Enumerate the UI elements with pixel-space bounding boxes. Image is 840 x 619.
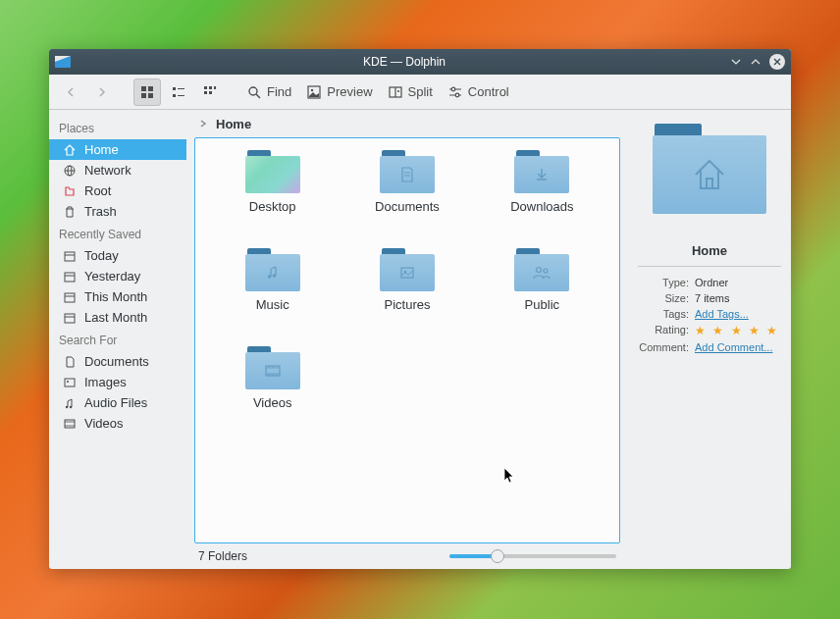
back-button[interactable] bbox=[57, 78, 84, 106]
split-label: Split bbox=[408, 84, 433, 99]
svg-point-35 bbox=[544, 269, 548, 273]
statusbar: 7 Folders bbox=[194, 543, 620, 569]
breadcrumb-current[interactable]: Home bbox=[216, 117, 251, 131]
info-tags-label: Tags: bbox=[638, 308, 689, 320]
icons-view-button[interactable] bbox=[133, 78, 161, 106]
file-item-public[interactable]: Public bbox=[477, 248, 607, 342]
info-comment-label: Comment: bbox=[638, 341, 689, 353]
svg-point-30 bbox=[267, 275, 271, 279]
titlebar[interactable]: KDE — Dolphin bbox=[49, 49, 791, 75]
svg-rect-25 bbox=[65, 379, 75, 387]
sidebar-item-root[interactable]: Root bbox=[49, 181, 186, 201]
recent-heading: Recently Saved bbox=[49, 222, 186, 245]
network-icon bbox=[63, 164, 77, 178]
preview-folder-icon bbox=[653, 124, 766, 214]
info-panel: Home Type:Ordner Size:7 items Tags:Add T… bbox=[628, 110, 791, 569]
sidebar-item-label: Images bbox=[84, 375, 127, 389]
sidebar-item-label: Trash bbox=[84, 204, 117, 219]
maximize-button[interactable] bbox=[750, 56, 761, 68]
sidebar-item-home[interactable]: Home bbox=[49, 139, 186, 160]
info-type-label: Type: bbox=[638, 277, 689, 288]
calendar-icon bbox=[63, 249, 77, 263]
svg-rect-7 bbox=[178, 95, 184, 96]
svg-rect-0 bbox=[141, 86, 146, 91]
folder-icon bbox=[514, 150, 569, 193]
sidebar-item-images[interactable]: Images bbox=[49, 372, 186, 392]
calendar-icon bbox=[63, 311, 77, 325]
sidebar-item-trash[interactable]: Trash bbox=[49, 201, 186, 222]
folder-icon bbox=[514, 248, 569, 291]
sidebar-item-label: This Month bbox=[84, 289, 147, 304]
document-icon bbox=[63, 355, 77, 369]
svg-rect-21 bbox=[65, 252, 75, 261]
sidebar-item-documents[interactable]: Documents bbox=[49, 351, 186, 372]
svg-point-13 bbox=[249, 87, 257, 95]
file-label: Videos bbox=[253, 395, 292, 410]
zoom-slider[interactable] bbox=[449, 554, 616, 558]
sidebar-item-today[interactable]: Today bbox=[49, 245, 186, 266]
add-comment-link[interactable]: Add Comment... bbox=[695, 341, 781, 353]
app-icon bbox=[55, 56, 71, 68]
folder-icon bbox=[380, 150, 435, 193]
audio-icon bbox=[63, 396, 77, 410]
details-view-button[interactable] bbox=[196, 78, 224, 106]
dolphin-window: KDE — Dolphin Find Preview Split Control… bbox=[49, 49, 791, 569]
trash-icon bbox=[63, 205, 77, 219]
sidebar-item-this-month[interactable]: This Month bbox=[49, 286, 186, 307]
svg-rect-11 bbox=[204, 91, 207, 94]
svg-point-27 bbox=[66, 405, 68, 407]
file-item-downloads[interactable]: Downloads bbox=[477, 150, 607, 244]
forward-button[interactable] bbox=[88, 78, 116, 106]
status-text: 7 Folders bbox=[198, 549, 449, 563]
preview-button[interactable]: Preview bbox=[301, 78, 378, 106]
zoom-handle[interactable] bbox=[491, 549, 504, 563]
compact-view-button[interactable] bbox=[165, 78, 192, 106]
calendar-icon bbox=[63, 290, 77, 304]
svg-rect-22 bbox=[65, 273, 75, 282]
file-grid[interactable]: Desktop Documents Downloads Music Pictur… bbox=[194, 137, 620, 543]
info-type-value: Ordner bbox=[695, 277, 781, 288]
preview-label: Preview bbox=[327, 84, 372, 99]
breadcrumb[interactable]: Home bbox=[194, 110, 620, 137]
control-button[interactable]: Control bbox=[443, 78, 515, 106]
home-icon bbox=[63, 143, 77, 157]
places-heading: Places bbox=[49, 116, 186, 139]
file-item-pictures[interactable]: Pictures bbox=[341, 248, 472, 342]
svg-point-26 bbox=[67, 381, 69, 383]
info-size-value: 7 items bbox=[695, 292, 781, 304]
chevron-right-icon bbox=[198, 119, 208, 129]
control-label: Control bbox=[468, 84, 509, 99]
find-label: Find bbox=[267, 84, 291, 99]
minimize-button[interactable] bbox=[730, 56, 742, 68]
file-label: Desktop bbox=[249, 199, 296, 214]
svg-rect-24 bbox=[65, 314, 75, 323]
sidebar-item-label: Videos bbox=[84, 416, 124, 431]
file-item-documents[interactable]: Documents bbox=[341, 150, 472, 244]
info-size-label: Size: bbox=[638, 292, 689, 304]
sidebar-item-videos[interactable]: Videos bbox=[49, 413, 186, 434]
svg-rect-2 bbox=[141, 93, 146, 98]
file-item-desktop[interactable]: Desktop bbox=[207, 150, 338, 244]
add-tags-link[interactable]: Add Tags... bbox=[695, 308, 781, 320]
svg-rect-9 bbox=[209, 86, 212, 89]
image-icon bbox=[63, 376, 77, 389]
sidebar-item-audio[interactable]: Audio Files bbox=[49, 392, 186, 413]
svg-rect-8 bbox=[204, 86, 207, 89]
folder-icon bbox=[245, 346, 300, 389]
search-heading: Search For bbox=[49, 328, 186, 351]
svg-point-17 bbox=[451, 87, 455, 91]
svg-point-15 bbox=[311, 88, 313, 90]
rating-stars[interactable]: ★ ★ ★ ★ ★ bbox=[695, 324, 781, 337]
svg-point-28 bbox=[70, 405, 72, 407]
split-button[interactable]: Split bbox=[383, 78, 439, 106]
sidebar-item-network[interactable]: Network bbox=[49, 160, 186, 181]
toolbar: Find Preview Split Control bbox=[49, 75, 791, 110]
sidebar-item-last-month[interactable]: Last Month bbox=[49, 307, 186, 328]
file-label: Pictures bbox=[385, 297, 431, 312]
close-button[interactable] bbox=[769, 54, 785, 70]
find-button[interactable]: Find bbox=[241, 78, 297, 106]
file-item-videos[interactable]: Videos bbox=[207, 346, 338, 440]
svg-point-31 bbox=[272, 274, 276, 278]
file-item-music[interactable]: Music bbox=[207, 248, 338, 342]
sidebar-item-yesterday[interactable]: Yesterday bbox=[49, 266, 186, 286]
